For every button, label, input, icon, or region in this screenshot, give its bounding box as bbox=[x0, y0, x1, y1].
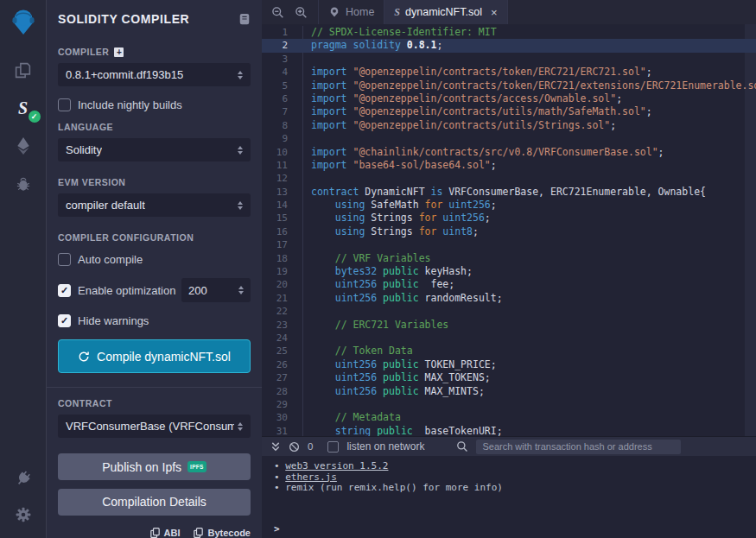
compilation-details-button[interactable]: Compilation Details bbox=[58, 489, 251, 516]
code-line[interactable]: 13contract DynamicNFT is VRFConsumerBase… bbox=[262, 186, 756, 199]
solidity-file-icon: S bbox=[394, 6, 400, 19]
code-line[interactable]: 8import "@openzeppelin/contracts/utils/S… bbox=[262, 119, 756, 132]
code-line[interactable]: 30 // Metadata bbox=[262, 411, 756, 424]
copy-bytecode-button[interactable]: Bytecode bbox=[194, 528, 251, 538]
transaction-search-input[interactable] bbox=[476, 440, 681, 454]
contract-label: CONTRACT bbox=[58, 398, 251, 408]
settings-gear-icon[interactable] bbox=[12, 503, 35, 526]
select-caret-icon bbox=[238, 146, 243, 155]
code-line[interactable]: 2pragma solidity 0.8.1; bbox=[262, 39, 756, 52]
tab-home[interactable]: Home bbox=[318, 0, 384, 24]
refresh-icon bbox=[78, 351, 90, 363]
terminal-toolbar: 0 listen on network bbox=[262, 436, 756, 456]
add-compiler-icon[interactable]: + bbox=[114, 47, 124, 57]
clear-console-icon[interactable] bbox=[289, 441, 300, 453]
compile-success-badge: ✓ bbox=[29, 111, 41, 123]
language-label: LANGUAGE bbox=[58, 122, 251, 132]
code-line[interactable]: 11import "base64-sol/base64.sol"; bbox=[262, 159, 756, 172]
code-line[interactable]: 25 // Token Data bbox=[262, 345, 756, 358]
select-caret-icon bbox=[238, 201, 243, 210]
editor-column: Home S dynamicNFT.sol × 1// SPDX-License… bbox=[262, 0, 756, 538]
debugger-icon[interactable] bbox=[12, 173, 35, 195]
terminal-log-item: remix (run remix.help() for more info) bbox=[274, 483, 756, 494]
remix-logo-icon[interactable] bbox=[8, 7, 39, 38]
optimization-runs-input-wrap bbox=[181, 278, 251, 302]
language-select[interactable]: Solidity bbox=[58, 138, 251, 161]
code-line[interactable]: 29 bbox=[262, 398, 756, 411]
code-line[interactable]: 26 uint256 public TOKEN_PRICE; bbox=[262, 358, 756, 371]
file-explorer-icon[interactable] bbox=[12, 59, 35, 81]
compiler-label: COMPILER bbox=[58, 47, 109, 57]
code-line[interactable]: 31 string public _baseTokenURI; bbox=[262, 425, 756, 436]
evm-version-label: EVM VERSION bbox=[58, 177, 251, 187]
code-line[interactable]: 27 uint256 public MAX_TOKENS; bbox=[262, 371, 756, 384]
code-line[interactable]: 28 uint256 public MAX_MINTS; bbox=[262, 385, 756, 398]
listen-on-network-label: listen on network bbox=[346, 440, 424, 453]
code-line[interactable]: 3 bbox=[262, 53, 756, 66]
copy-icon bbox=[150, 528, 160, 538]
code-line[interactable]: 5import "@openzeppelin/contracts/token/E… bbox=[262, 79, 756, 92]
zoom-out-icon[interactable] bbox=[266, 0, 289, 24]
panel-title: SOLIDITY COMPILER bbox=[58, 12, 189, 26]
copy-icon bbox=[194, 528, 203, 538]
publish-ipfs-button[interactable]: Publish on Ipfs IPFS bbox=[58, 453, 251, 480]
terminal-prompt[interactable]: > bbox=[274, 523, 756, 535]
deploy-and-run-icon[interactable] bbox=[12, 135, 35, 157]
auto-compile-checkbox[interactable]: Auto compile bbox=[58, 253, 251, 266]
remix-app: S ✓ bbox=[0, 0, 756, 538]
docs-book-icon[interactable] bbox=[238, 13, 251, 25]
ipfs-badge: IPFS bbox=[187, 461, 206, 472]
listen-on-network-checkbox[interactable] bbox=[327, 441, 339, 453]
code-line[interactable]: 7import "@openzeppelin/contracts/utils/m… bbox=[262, 105, 756, 118]
code-line[interactable]: 4import "@openzeppelin/contracts/token/E… bbox=[262, 66, 756, 79]
compiler-version-select[interactable]: 0.8.1+commit.df193b15 bbox=[58, 63, 251, 86]
select-caret-icon bbox=[238, 71, 243, 79]
code-line[interactable]: 21 uint256 public randomResult; bbox=[262, 292, 756, 305]
terminal-log-item[interactable]: web3 version 1.5.2 bbox=[274, 461, 756, 472]
search-icon bbox=[456, 440, 468, 453]
code-line[interactable]: 16 using Strings for uint8; bbox=[262, 225, 756, 238]
plugin-manager-icon[interactable] bbox=[12, 467, 35, 490]
listen-count: 0 bbox=[308, 441, 313, 452]
code-line[interactable]: 18 // VRF Variables bbox=[262, 252, 756, 265]
tab-dynamicnft[interactable]: S dynamicNFT.sol × bbox=[384, 0, 507, 24]
nightly-builds-checkbox[interactable]: Include nightly builds bbox=[58, 98, 251, 111]
icon-rail: S ✓ bbox=[0, 0, 47, 538]
side-panel: SOLIDITY COMPILER COMPILER + 0.8.1+commi… bbox=[47, 0, 262, 538]
compile-button[interactable]: Compile dynamicNFT.sol bbox=[58, 339, 251, 373]
code-line[interactable]: 14 using SafeMath for uint256; bbox=[262, 199, 756, 212]
code-line[interactable]: 12 bbox=[262, 172, 756, 185]
code-lines: 1// SPDX-License-Identifier: MIT2pragma … bbox=[262, 26, 756, 436]
code-line[interactable]: 1// SPDX-License-Identifier: MIT bbox=[262, 26, 756, 39]
terminal[interactable]: web3 version 1.5.2ethers.jsremix (run re… bbox=[262, 456, 756, 538]
code-editor[interactable]: 1// SPDX-License-Identifier: MIT2pragma … bbox=[262, 24, 756, 436]
copy-abi-button[interactable]: ABI bbox=[150, 528, 181, 538]
select-caret-icon bbox=[238, 422, 243, 431]
code-line[interactable]: 6import "@openzeppelin/contracts/access/… bbox=[262, 92, 756, 105]
code-line[interactable]: 19 bytes32 public keyHash; bbox=[262, 265, 756, 278]
hide-warnings-checkbox[interactable]: ✓ Hide warnings bbox=[58, 314, 251, 327]
code-line[interactable]: 9 bbox=[262, 132, 756, 145]
optimization-runs-input[interactable] bbox=[188, 284, 235, 297]
code-line[interactable]: 10import "@chainlink/contracts/src/v0.8/… bbox=[262, 146, 756, 159]
evm-version-select[interactable]: compiler default bbox=[58, 193, 251, 217]
code-line[interactable]: 20 uint256 public fee; bbox=[262, 278, 756, 291]
code-line[interactable]: 15 using Strings for uint256; bbox=[262, 212, 756, 225]
collapse-terminal-icon[interactable] bbox=[270, 441, 281, 453]
stepper-caret-icon[interactable] bbox=[238, 286, 244, 294]
code-line[interactable]: 22 bbox=[262, 305, 756, 318]
zoom-in-icon[interactable] bbox=[289, 0, 313, 24]
panel-divider bbox=[47, 387, 262, 388]
enable-optimization-checkbox[interactable]: ✓ Enable optimization bbox=[58, 284, 175, 297]
contract-select[interactable]: VRFConsumerBase (VRFConsumerBas bbox=[58, 415, 251, 438]
code-line[interactable]: 17 bbox=[262, 238, 756, 251]
solidity-compiler-icon[interactable]: S ✓ bbox=[12, 97, 35, 119]
compiler-configuration-label: COMPILER CONFIGURATION bbox=[58, 232, 251, 243]
close-tab-icon[interactable]: × bbox=[491, 6, 498, 19]
remix-home-icon bbox=[328, 6, 340, 18]
code-line[interactable]: 24 bbox=[262, 332, 756, 345]
terminal-log: web3 version 1.5.2ethers.jsremix (run re… bbox=[274, 461, 756, 494]
tab-bar: Home S dynamicNFT.sol × bbox=[262, 0, 756, 24]
code-line[interactable]: 23 // ERC721 Variables bbox=[262, 319, 756, 332]
